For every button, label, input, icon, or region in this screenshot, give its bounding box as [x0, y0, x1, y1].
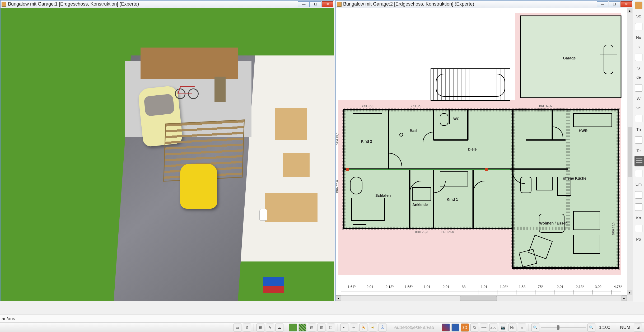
- abc-icon[interactable]: abc: [489, 324, 497, 331]
- panel-label: Ko: [636, 216, 641, 220]
- svg-text:Schlafen: Schlafen: [375, 193, 391, 198]
- svg-text:Kind 2: Kind 2: [361, 139, 372, 143]
- svg-text:Bad: Bad: [410, 129, 417, 133]
- bottom-toolbar: ▭ 🗎 ▦ ✎ ☁ ▤ ▥ ❐ •! ┼ ⛹ ☀ ⓘ Außenobjekte …: [0, 322, 644, 332]
- zoom-in-icon[interactable]: 🔍: [587, 324, 595, 331]
- svg-rect-3: [431, 69, 510, 100]
- svg-text:1,58: 1,58: [519, 285, 525, 289]
- minimize-button[interactable]: —: [597, 1, 608, 7]
- car-yellow: [180, 164, 217, 209]
- wood-floor: [265, 193, 318, 222]
- panel-icon[interactable]: [635, 170, 642, 177]
- tool-rect-icon[interactable]: ▭: [234, 324, 241, 331]
- svg-text:1,01: 1,01: [424, 285, 430, 289]
- copy-icon[interactable]: ❐: [327, 324, 335, 331]
- minimize-button[interactable]: —: [298, 1, 310, 7]
- wood-floor: [283, 153, 310, 177]
- svg-text:BRH 25,0: BRH 25,0: [336, 133, 339, 145]
- svg-text:BRH 25,0: BRH 25,0: [612, 222, 615, 235]
- panel-label: s: [638, 44, 640, 49]
- grid2-icon[interactable]: ▥: [318, 324, 325, 331]
- camera-icon[interactable]: 📷: [499, 324, 507, 331]
- cloud-icon[interactable]: ☁: [276, 324, 283, 331]
- svg-text:1,08⁵: 1,08⁵: [500, 285, 508, 289]
- panel-expand-grip[interactable]: [634, 156, 644, 166]
- zoom-out-icon[interactable]: 🔍: [531, 324, 539, 331]
- maximize-button[interactable]: ☐: [609, 1, 620, 7]
- titlebar-3d[interactable]: Bungalow mit Garage:1 [Erdgeschoss, Kons…: [1, 1, 334, 8]
- scale-readout[interactable]: 1:100: [597, 325, 613, 330]
- label-garage: Garage: [563, 56, 576, 60]
- info-icon[interactable]: ⓘ: [379, 324, 386, 331]
- panel-icon[interactable]: [635, 225, 642, 232]
- hatch-icon[interactable]: [298, 324, 306, 331]
- scroll-right-button[interactable]: ▸: [622, 296, 627, 301]
- sun-icon[interactable]: ☼: [518, 324, 526, 331]
- panel-label: Te: [637, 148, 641, 153]
- svg-text:Wohnen / Essen: Wohnen / Essen: [539, 221, 568, 225]
- person-icon[interactable]: ⛹: [360, 324, 367, 331]
- panel-label: Nu: [636, 35, 641, 40]
- scroll-thumb-h[interactable]: [460, 296, 497, 301]
- bicycle-icon: [175, 85, 199, 99]
- svg-text:1,01: 1,01: [481, 285, 487, 289]
- scroll-down-button[interactable]: ▾: [627, 290, 632, 295]
- dimension-icon[interactable]: ⟷: [480, 324, 488, 331]
- pencil-icon[interactable]: ✎: [266, 324, 274, 331]
- titlebar-2d[interactable]: Bungalow mit Garage:2 [Erdgeschoss, Kons…: [336, 1, 633, 8]
- zoom-slider[interactable]: [541, 327, 586, 328]
- viewport-2d[interactable]: Garage: [336, 8, 633, 301]
- svg-text:1,55⁵: 1,55⁵: [405, 285, 413, 289]
- view3d-icon[interactable]: 3D: [461, 324, 469, 331]
- scroll-up-button[interactable]: ▴: [627, 8, 632, 13]
- close-button[interactable]: ✕: [620, 1, 632, 7]
- svg-text:2,01: 2,01: [367, 285, 373, 289]
- resize-grip-icon[interactable]: ◢: [634, 324, 642, 331]
- color1-icon[interactable]: [442, 324, 450, 331]
- table-icon[interactable]: ▤: [308, 324, 316, 331]
- viewport-3d[interactable]: [1, 8, 334, 301]
- maximize-button[interactable]: ☐: [310, 1, 321, 7]
- panel-icon[interactable]: [635, 203, 642, 211]
- scroll-left-button[interactable]: ◂: [336, 296, 341, 301]
- panel-icon[interactable]: [635, 84, 642, 92]
- light-icon[interactable]: ☀: [369, 324, 377, 331]
- close-button[interactable]: ✕: [322, 1, 333, 7]
- panel-icon[interactable]: [635, 23, 642, 30]
- panel-icon[interactable]: [635, 54, 642, 61]
- panel-label: Tri: [636, 127, 641, 132]
- svg-text:HWR: HWR: [579, 129, 587, 133]
- scroll-thumb-v[interactable]: [628, 127, 632, 177]
- terrain-green-icon[interactable]: [289, 324, 297, 331]
- panel-icon[interactable]: [635, 115, 642, 122]
- svg-text:offene Küche: offene Küche: [563, 176, 586, 180]
- point-icon[interactable]: •!: [340, 324, 348, 331]
- zoom-slider-thumb[interactable]: [557, 325, 559, 330]
- grid-icon[interactable]: ▦: [256, 324, 264, 331]
- tool-page-icon[interactable]: 🗎: [243, 324, 251, 331]
- svg-text:2,01: 2,01: [557, 285, 563, 289]
- door-3d: [214, 77, 226, 102]
- compass-icon[interactable]: N↑: [508, 324, 516, 331]
- panel-label: Po: [636, 237, 641, 241]
- dimension-chain: 1,64⁵2,012,13⁵1,55⁵1,012,01881,011,08⁵1,…: [345, 285, 622, 294]
- panel-icon[interactable]: [635, 136, 642, 144]
- panel-label: Um: [636, 182, 642, 186]
- svg-text:4,76⁵: 4,76⁵: [614, 285, 622, 289]
- panel-icon[interactable]: [635, 191, 642, 199]
- svg-rect-48: [485, 168, 488, 171]
- svg-text:75⁵: 75⁵: [538, 285, 543, 289]
- color2-icon[interactable]: [451, 324, 459, 331]
- scrollbar-horizontal[interactable]: ◂ ▸: [336, 295, 627, 301]
- right-panel-collapsed[interactable]: Se Nu s S de W ve Tri Te Um Ko Po: [633, 0, 644, 302]
- terrace-hatch: [431, 69, 510, 100]
- scrollbar-vertical[interactable]: ▴ ▾: [627, 8, 633, 301]
- section-icon[interactable]: ⧉: [470, 324, 478, 331]
- axis-icon[interactable]: ┼: [350, 324, 358, 331]
- svg-text:BRH 25,0: BRH 25,0: [336, 180, 339, 193]
- panel-label: Se: [636, 14, 641, 18]
- panel-label: W: [637, 96, 640, 101]
- panel-label: ve: [637, 106, 641, 110]
- panel-icon[interactable]: [635, 2, 642, 9]
- app-icon: [2, 2, 6, 7]
